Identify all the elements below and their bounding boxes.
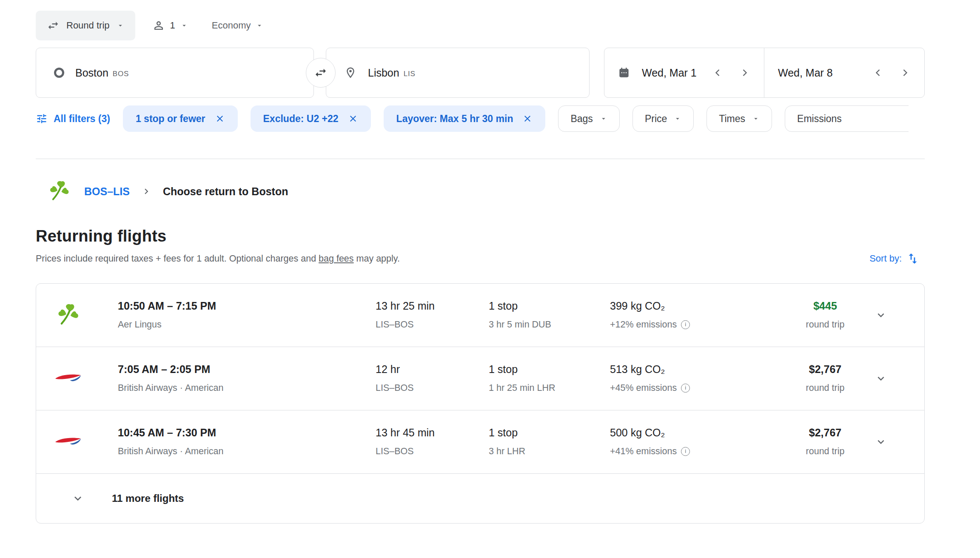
remove-filter-icon[interactable] [522, 114, 533, 124]
filter-dropdown-label: Price [645, 113, 667, 125]
flight-price-note: round trip [772, 446, 878, 457]
sort-by-button[interactable]: Sort by: [869, 252, 920, 265]
trip-options-bar: Round trip 1 Economy [36, 10, 263, 41]
expand-flight-button[interactable] [869, 367, 893, 390]
chevron-down-icon [180, 22, 188, 29]
chevron-down-icon [875, 309, 887, 322]
all-filters-button[interactable]: All filters (3) [36, 113, 110, 125]
return-date[interactable]: Wed, Mar 8 [778, 67, 833, 79]
flight-stops: 1 stop [489, 363, 556, 376]
flight-emissions: +12% emissions [610, 319, 677, 330]
flight-row-aer-lingus[interactable]: 10:50 AM – 7:15 PM Aer Lingus 13 hr 25 m… [36, 284, 924, 347]
filter-dropdown-bags[interactable]: Bags [558, 105, 619, 132]
filter-chip-label: 1 stop or fewer [136, 113, 205, 125]
destination-field[interactable]: Lisbon LIS [326, 48, 590, 98]
chevron-down-icon [674, 115, 681, 122]
remove-filter-icon[interactable] [348, 114, 358, 124]
expand-flight-button[interactable] [869, 430, 893, 454]
sort-arrows-icon [906, 252, 920, 265]
chevron-right-icon [899, 67, 911, 79]
passengers-dropdown[interactable]: 1 [152, 19, 188, 32]
breadcrumb: BOS–LIS Choose return to Boston [48, 179, 288, 204]
aer-lingus-shamrock-logo [55, 302, 82, 328]
filter-chip-label: Exclude: U2 +22 [263, 113, 339, 125]
departure-date-section[interactable]: Wed, Mar 1 [604, 48, 764, 97]
price-disclaimer: Prices include required taxes + fees for… [36, 253, 400, 264]
location-pin-icon [344, 66, 357, 79]
more-flights-label: 11 more flights [112, 493, 184, 504]
return-date-section[interactable]: Wed, Mar 8 [764, 48, 924, 97]
flight-airline: Aer Lingus [118, 319, 216, 330]
filter-chip-layover[interactable]: Layover: Max 5 hr 30 min [384, 105, 546, 132]
filter-dropdown-label: Times [719, 113, 745, 125]
chevron-down-icon [875, 436, 887, 448]
flight-price: $2,767 [772, 363, 878, 376]
trip-type-label: Round trip [66, 20, 110, 31]
flight-stops: 1 stop [489, 299, 551, 312]
remove-filter-icon[interactable] [215, 114, 225, 124]
departure-date-previous-button[interactable] [709, 65, 726, 81]
bag-fees-link[interactable]: bag fees [319, 253, 353, 264]
expand-flight-button[interactable] [869, 303, 893, 327]
tune-filters-icon [36, 113, 48, 125]
more-flights-toggle[interactable]: 11 more flights [36, 474, 924, 523]
chevron-right-icon [739, 67, 751, 79]
breadcrumb-route-link[interactable]: BOS–LIS [84, 185, 130, 198]
disclaimer-text: may apply. [354, 253, 400, 264]
swap-origin-destination-button[interactable] [306, 58, 336, 88]
returning-flights-list: 10:50 AM – 7:15 PM Aer Lingus 13 hr 25 m… [36, 283, 925, 524]
filter-dropdown-label: Bags [570, 113, 593, 125]
breadcrumb-current-step: Choose return to Boston [163, 185, 288, 198]
flight-price-note: round trip [772, 382, 878, 393]
flight-co2: 399 kg CO₂ [610, 299, 690, 312]
chevron-right-icon [141, 186, 152, 197]
flight-row-british-airways[interactable]: 7:05 AM – 2:05 PM British Airways · Amer… [36, 347, 924, 410]
british-airways-speedmarque-logo [55, 436, 82, 447]
return-date-next-button[interactable] [897, 65, 913, 81]
cabin-class-dropdown[interactable]: Economy [212, 20, 264, 31]
chevron-left-icon [712, 67, 724, 79]
filter-dropdown-times[interactable]: Times [707, 105, 772, 132]
destination-airport-code: LIS [404, 68, 416, 78]
person-icon [152, 19, 165, 32]
info-icon[interactable]: i [681, 384, 690, 393]
origin-field[interactable]: Boston BOS [36, 48, 314, 98]
divider [36, 159, 925, 159]
flight-stops: 1 stop [489, 426, 525, 439]
chevron-down-icon [71, 492, 85, 505]
return-date-previous-button[interactable] [870, 65, 886, 81]
swap-arrows-icon [314, 66, 328, 80]
trip-type-dropdown[interactable]: Round trip [36, 11, 135, 40]
departure-date-next-button[interactable] [737, 65, 753, 81]
flight-price-note: round trip [772, 319, 878, 330]
info-icon[interactable]: i [681, 447, 690, 456]
departure-date[interactable]: Wed, Mar 1 [642, 67, 697, 79]
flight-route: LIS–BOS [376, 446, 435, 457]
passengers-count: 1 [170, 20, 175, 31]
filter-chip-airlines[interactable]: Exclude: U2 +22 [251, 105, 371, 132]
filter-chip-stops[interactable]: 1 stop or fewer [123, 105, 238, 132]
flight-stop-detail: 3 hr LHR [489, 446, 525, 457]
chevron-down-icon [875, 372, 887, 385]
info-icon[interactable]: i [681, 320, 690, 329]
flight-duration: 12 hr [376, 363, 414, 376]
flight-price: $445 [772, 299, 878, 312]
chevron-left-icon [872, 67, 884, 79]
chevron-down-icon [256, 22, 263, 29]
flight-co2: 500 kg CO₂ [610, 426, 690, 439]
google-flights-page: Round trip 1 Economy Boston BOS [0, 0, 980, 558]
filter-dropdown-price[interactable]: Price [632, 105, 694, 132]
disclaimer-text: Prices include required taxes + fees for… [36, 253, 319, 264]
filters-bar: All filters (3) 1 stop or fewer Exclude:… [36, 105, 909, 132]
filter-dropdown-label: Emissions [797, 113, 842, 125]
flight-route: LIS–BOS [376, 382, 414, 393]
filter-dropdown-emissions[interactable]: Emissions [785, 105, 909, 132]
flight-route: LIS–BOS [376, 319, 435, 330]
chevron-down-icon [117, 22, 124, 29]
cabin-class-label: Economy [212, 20, 251, 31]
flight-stop-detail: 3 hr 5 min DUB [489, 319, 551, 330]
flight-times: 10:50 AM – 7:15 PM [118, 299, 216, 312]
sort-by-label: Sort by: [869, 253, 902, 264]
origin-circle-icon [54, 68, 64, 78]
flight-row-british-airways[interactable]: 10:45 AM – 7:30 PM British Airways · Ame… [36, 410, 924, 474]
